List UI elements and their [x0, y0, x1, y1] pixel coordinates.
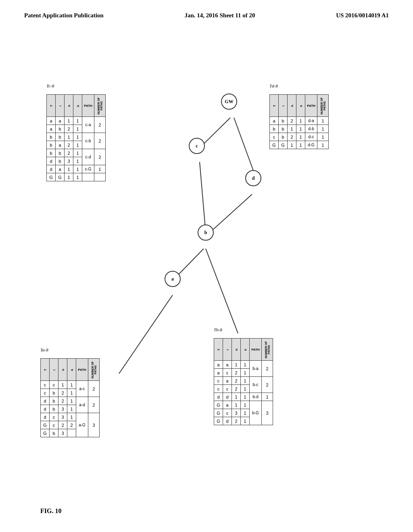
tc8-table-container: Tc-8 T l h k PATH NUMBER OF PATHS aa11c-…: [46, 89, 106, 181]
ta8-table: T l h k PATH NUMBER OF PATHS cc11a-c2 cb…: [40, 358, 100, 437]
header-left: Patent Application Publication: [24, 12, 104, 19]
main-content: GW c d b a Tc-8 T l h k PATH NUMBER OF P…: [0, 23, 413, 523]
svg-line-0: [202, 118, 230, 146]
tc8-label: Tc-8: [46, 83, 106, 88]
page-header: Patent Application Publication Jan. 14, …: [0, 0, 413, 23]
node-b: b: [198, 224, 214, 241]
node-a: a: [165, 271, 181, 287]
td8-label: Td-8: [269, 83, 329, 88]
header-right: US 2016/0014019 A1: [336, 12, 389, 19]
tb8-table-container: Tb-8 T l h k PATH NUMBER OF PATHS aa11b-…: [214, 333, 273, 425]
svg-line-3: [210, 194, 252, 233]
tc8-table: T l h k PATH NUMBER OF PATHS aa11c-a2 ab…: [46, 94, 106, 181]
node-GW: GW: [221, 94, 237, 110]
fig-label: FIG. 10: [40, 507, 61, 515]
ta8-table-container: Ta-8 T l h k PATH NUMBER OF PATHS cc11a-…: [40, 353, 100, 437]
node-c: c: [189, 138, 205, 154]
ta8-label: Ta-8: [40, 347, 100, 352]
tb8-label: Tb-8: [214, 327, 273, 332]
node-d: d: [245, 170, 261, 186]
svg-line-2: [200, 162, 206, 233]
svg-line-6: [206, 249, 238, 333]
td8-table-container: Td-8 T l h k PATH NUMBER OF PATHS ab21d-…: [269, 89, 329, 149]
td8-table: T l h k PATH NUMBER OF PATHS ab21d-a1 bb…: [269, 94, 329, 149]
header-middle: Jan. 14, 2016 Sheet 11 of 20: [184, 12, 255, 19]
tb8-table: T l h k PATH NUMBER OF PATHS aa11b-a2 ac…: [214, 338, 273, 425]
svg-line-1: [234, 118, 256, 178]
svg-line-5: [119, 295, 173, 374]
